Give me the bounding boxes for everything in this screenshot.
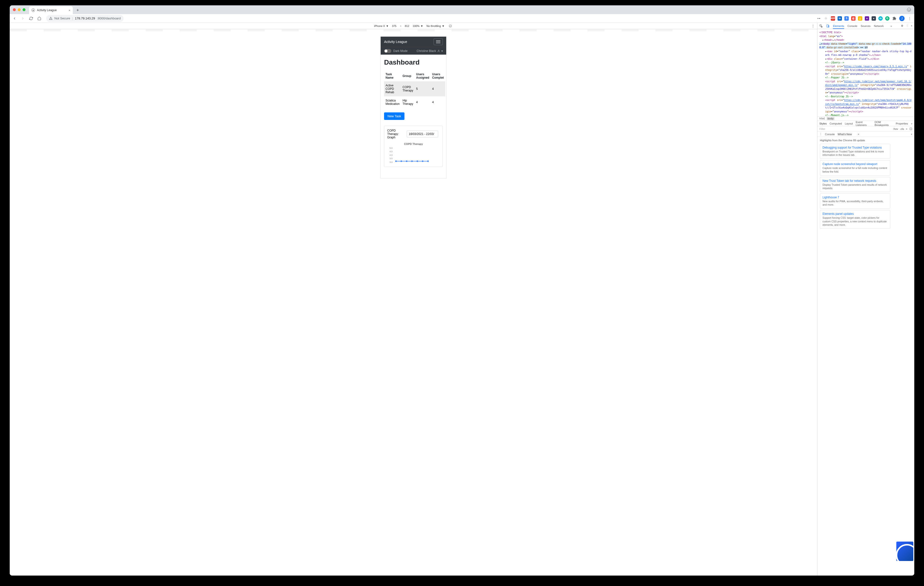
extensions-icon[interactable] bbox=[892, 16, 897, 21]
device-mode-icon[interactable] bbox=[826, 24, 830, 28]
back-button[interactable] bbox=[12, 16, 17, 21]
svg-point-9 bbox=[422, 160, 423, 162]
whats-new-card[interactable]: Capture node screenshot beyond viewportC… bbox=[820, 160, 890, 175]
drive-ext-icon[interactable]: △ bbox=[858, 16, 862, 21]
svg-point-8 bbox=[417, 160, 418, 162]
minimize-window-button[interactable] bbox=[18, 8, 21, 11]
chevron-down-icon[interactable] bbox=[907, 8, 911, 12]
star-icon[interactable]: ☆ bbox=[823, 16, 828, 21]
adblock-ext-icon[interactable]: ABP bbox=[831, 16, 835, 21]
hamburger-button[interactable] bbox=[434, 38, 443, 45]
gear-icon[interactable]: ⚙ bbox=[901, 24, 903, 27]
filter-tool[interactable]: .cls bbox=[900, 127, 904, 130]
whats-new-card[interactable]: Lighthouse 7New audits for PWA, accessib… bbox=[820, 193, 890, 208]
user-name: Christine Black bbox=[417, 49, 436, 53]
styles-tab[interactable]: Event Listeners bbox=[856, 121, 872, 127]
styles-tab[interactable]: Properties bbox=[896, 122, 908, 125]
device-kebab-icon[interactable]: ⋮ bbox=[811, 24, 815, 28]
table-row[interactable]: Active COPD RehabCOPD Therapy54 bbox=[384, 81, 445, 96]
svg-point-3 bbox=[438, 50, 439, 51]
devtools-tab[interactable]: Console bbox=[848, 25, 857, 27]
ext-icon[interactable]: ◧ bbox=[851, 16, 856, 21]
new-task-button[interactable]: New Task bbox=[384, 112, 404, 120]
viewport-height[interactable]: 812 bbox=[405, 25, 409, 27]
inspect-icon[interactable] bbox=[819, 24, 823, 28]
warning-icon bbox=[49, 17, 53, 20]
ext-icon[interactable]: ● bbox=[871, 16, 876, 21]
drawer-tab-close-icon[interactable]: × bbox=[858, 133, 859, 136]
throttling-select[interactable]: No throttling ▼ bbox=[427, 25, 444, 27]
close-devtools-icon[interactable]: × bbox=[911, 24, 912, 27]
page-viewport: iPhone X ▼ 375 × 812 100% ▼ No throttlin… bbox=[10, 23, 817, 576]
dark-mode-label: Dark Mode bbox=[393, 49, 408, 53]
reload-button[interactable] bbox=[29, 16, 33, 21]
browser-tab[interactable]: A Activity League × bbox=[29, 6, 73, 14]
devtools-tab[interactable]: Network bbox=[874, 25, 884, 27]
drawer-tab[interactable]: What's New bbox=[838, 133, 851, 136]
drawer-tab[interactable]: Console bbox=[825, 133, 835, 136]
devtools-tab[interactable]: Elements bbox=[833, 25, 844, 29]
linkedin-ext-icon[interactable]: in bbox=[838, 16, 842, 21]
table-header: Task Name bbox=[384, 71, 401, 81]
device-frame: Activity League Dark Mode Christine Blac… bbox=[381, 37, 446, 178]
app-body: Dashboard Task NameGroupUsers AssignedUs… bbox=[381, 54, 446, 178]
grammarly-ext-icon[interactable]: G bbox=[885, 16, 889, 21]
profile-avatar[interactable]: J bbox=[899, 16, 904, 21]
new-tab-button[interactable]: + bbox=[74, 7, 81, 13]
date-range-input[interactable] bbox=[407, 130, 438, 137]
styles-tab[interactable]: Styles bbox=[819, 122, 827, 125]
table-row[interactable]: Sciatica MedicationHip Therapy44 bbox=[384, 96, 445, 108]
toggle-styles-icon[interactable] bbox=[909, 127, 912, 130]
maximize-window-button[interactable] bbox=[23, 8, 25, 11]
tab-close-icon[interactable]: × bbox=[68, 8, 70, 12]
svg-rect-14 bbox=[910, 128, 912, 130]
filter-input[interactable]: Filter bbox=[819, 127, 825, 130]
breadcrumb-item[interactable]: html bbox=[819, 117, 825, 120]
whats-new-card[interactable]: Debugging support for Trusted Type viola… bbox=[820, 144, 890, 159]
styles-tab[interactable]: Computed bbox=[830, 122, 842, 125]
styles-tab[interactable]: Layout bbox=[845, 122, 853, 125]
address-field[interactable]: Not Secure | 178.79.143.29:8000/dashboar… bbox=[46, 15, 124, 22]
device-select[interactable]: iPhone X ▼ bbox=[374, 25, 389, 27]
close-drawer-icon[interactable]: × bbox=[911, 133, 912, 136]
styles-tab[interactable]: DOM Breakpoints bbox=[874, 121, 893, 127]
user-menu[interactable]: Christine Black ▾ bbox=[417, 49, 443, 53]
url-bar: Not Secure | 178.79.143.29:8000/dashboar… bbox=[10, 14, 914, 23]
table-header: Group bbox=[401, 71, 415, 81]
ext-icon[interactable]: m bbox=[878, 16, 883, 21]
key-icon[interactable]: ⊶ bbox=[816, 16, 821, 21]
svg-point-5 bbox=[401, 160, 402, 162]
dom-breadcrumb[interactable]: html body bbox=[817, 117, 914, 121]
svg-point-6 bbox=[406, 160, 408, 162]
breadcrumb-item[interactable]: body bbox=[827, 117, 835, 120]
rotate-icon[interactable] bbox=[448, 23, 453, 28]
drawer-tabs: ⋮ ConsoleWhat's New × × bbox=[817, 132, 914, 137]
promo-graphic bbox=[896, 541, 913, 561]
filter-tool[interactable]: :hov bbox=[893, 127, 898, 130]
chart-y-axis: 5.04.54.03.53.0 bbox=[387, 146, 393, 164]
home-button[interactable] bbox=[37, 16, 42, 21]
ext-icon[interactable]: S bbox=[844, 16, 849, 21]
viewport-width[interactable]: 375 bbox=[392, 25, 396, 27]
titlebar: A Activity League × + bbox=[10, 5, 914, 14]
drawer-kebab-icon[interactable]: ⋮ bbox=[819, 132, 822, 136]
ext-icon[interactable]: ● bbox=[865, 16, 869, 21]
user-icon bbox=[437, 50, 440, 53]
close-window-button[interactable] bbox=[13, 8, 16, 11]
whats-new-card[interactable]: Elements panel updatesSupport forcing CS… bbox=[820, 210, 890, 229]
filter-tool[interactable]: + bbox=[906, 127, 908, 130]
kebab-icon[interactable]: ⋮ bbox=[906, 24, 909, 27]
zoom-select[interactable]: 100% ▼ bbox=[413, 25, 423, 27]
app-brand[interactable]: Activity League bbox=[384, 40, 407, 44]
forward-button[interactable] bbox=[20, 16, 25, 21]
window-controls bbox=[13, 8, 25, 11]
dark-mode-toggle[interactable] bbox=[384, 49, 391, 53]
kebab-menu-icon[interactable]: ⋮ bbox=[907, 16, 912, 21]
devtools-tab[interactable]: Sources bbox=[861, 25, 870, 27]
tab-title: Activity League bbox=[37, 8, 56, 12]
more-icon[interactable]: » bbox=[911, 122, 912, 125]
more-tabs-icon[interactable]: » bbox=[891, 25, 892, 27]
page-title: Dashboard bbox=[384, 58, 443, 66]
dom-tree[interactable]: <!DOCTYPE html><html lang="en">▸<head>…<… bbox=[817, 29, 914, 117]
whats-new-card[interactable]: New Trust Token tab for network requests… bbox=[820, 177, 890, 192]
